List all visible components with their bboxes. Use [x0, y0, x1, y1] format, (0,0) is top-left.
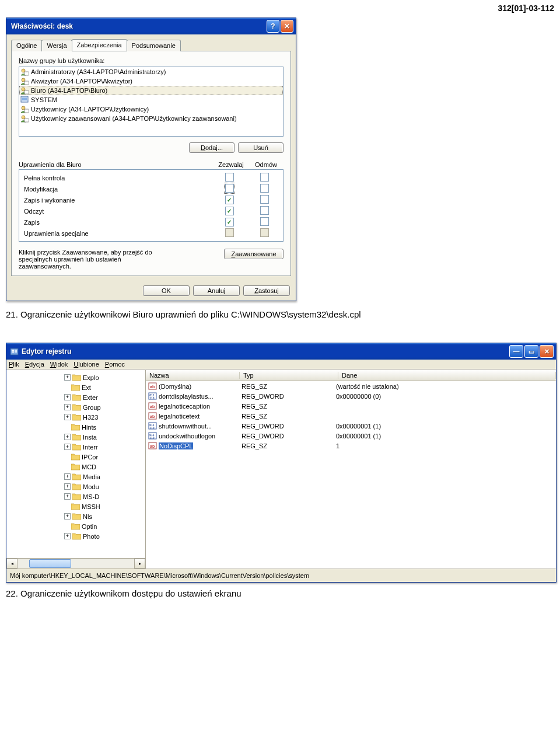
expand-icon[interactable]: +: [64, 394, 71, 400]
allow-checkbox[interactable]: [225, 173, 234, 182]
expand-icon[interactable]: +: [64, 483, 71, 490]
tree-node[interactable]: +Nls: [6, 511, 145, 521]
value-type: REG_SZ: [242, 413, 336, 420]
expand-icon[interactable]: +: [64, 493, 71, 500]
scroll-thumb[interactable]: [29, 559, 71, 568]
user-row[interactable]: Administratorzy (A34-LAPTOP\Administrato…: [19, 67, 283, 76]
expand-icon[interactable]: +: [64, 414, 71, 420]
tree-node[interactable]: +Interr: [6, 442, 145, 452]
expand-icon[interactable]: +: [64, 473, 71, 480]
tree-node[interactable]: +MS-D: [6, 491, 145, 501]
col-name[interactable]: Nazwa: [146, 372, 240, 379]
user-row[interactable]: Użytkownicy (A34-LAPTOP\Użytkownicy): [19, 104, 283, 114]
permission-name: Pełna kontrola: [20, 175, 212, 182]
menu-item[interactable]: Plik: [9, 361, 19, 368]
tree-node[interactable]: +Media: [6, 472, 145, 482]
tree-node[interactable]: +Exter: [6, 392, 145, 402]
folder-icon: [72, 532, 81, 540]
add-button[interactable]: Dodaj...: [189, 142, 235, 153]
tree-label: Interr: [83, 444, 98, 451]
value-row[interactable]: legalnoticecaptionREG_SZ: [146, 401, 556, 411]
deny-checkbox[interactable]: [260, 228, 269, 237]
allow-checkbox[interactable]: ✓: [225, 218, 234, 226]
allow-checkbox[interactable]: ✓: [225, 196, 234, 204]
tree-label: Photo: [83, 533, 100, 540]
user-label: Biuro (A34-LAPTOP\Biuro): [31, 87, 107, 94]
value-row[interactable]: (Domyślna)REG_SZ(wartość nie ustalona): [146, 381, 556, 391]
value-row[interactable]: NoDispCPLREG_SZ1: [146, 441, 556, 451]
tree-node[interactable]: MSSH: [6, 501, 145, 511]
remove-button[interactable]: Usuń: [238, 142, 284, 153]
col-data[interactable]: Dane: [338, 372, 556, 379]
menu-item[interactable]: Edycja: [25, 361, 44, 368]
tab-version[interactable]: Wersja: [41, 40, 72, 51]
deny-checkbox[interactable]: [260, 206, 269, 215]
value-row[interactable]: undockwithoutlogonREG_DWORD0x00000001 (1…: [146, 431, 556, 441]
tree-node[interactable]: +Explo: [6, 372, 145, 382]
user-row[interactable]: Biuro (A34-LAPTOP\Biuro): [19, 86, 283, 95]
dword-value-icon: [148, 392, 157, 400]
tree-node[interactable]: Ext: [6, 382, 145, 392]
user-row[interactable]: Użytkownicy zaawansowani (A34-LAPTOP\Uży…: [19, 114, 283, 123]
tree-panel[interactable]: +ExploExt+Exter+Group+H323Hints+Insta+In…: [6, 370, 146, 569]
expand-icon[interactable]: +: [64, 434, 71, 440]
deny-checkbox[interactable]: [260, 217, 269, 226]
dword-value-icon: [148, 421, 157, 430]
tree-label: IPCor: [82, 454, 98, 461]
permission-row: Odczyt✓: [20, 205, 282, 217]
help-button[interactable]: ?: [267, 20, 279, 33]
close-button[interactable]: ✕: [281, 20, 293, 33]
value-data: 0x00000000 (0): [336, 393, 556, 400]
tree-node[interactable]: MCD: [6, 462, 145, 472]
tab-summary[interactable]: Podsumowanie: [127, 40, 181, 51]
tab-general[interactable]: Ogólne: [11, 40, 42, 51]
deny-checkbox[interactable]: [260, 184, 269, 193]
value-row[interactable]: dontdisplaylastus...REG_DWORD0x00000000 …: [146, 391, 556, 401]
expand-icon[interactable]: +: [64, 513, 71, 520]
tree-node[interactable]: +Group: [6, 402, 145, 412]
values-header[interactable]: Nazwa Typ Dane: [146, 370, 556, 381]
tab-security[interactable]: Zabezpieczenia: [72, 39, 127, 51]
advanced-button[interactable]: Zaawansowane: [224, 249, 284, 259]
ok-button[interactable]: OK: [143, 285, 190, 296]
expand-icon[interactable]: +: [64, 374, 71, 381]
values-panel[interactable]: Nazwa Typ Dane (Domyślna)REG_SZ(wartość …: [146, 370, 556, 569]
user-row[interactable]: SYSTEM: [19, 95, 283, 104]
menubar[interactable]: PlikEdycjaWidokUlubionePomoc: [6, 360, 556, 369]
tree-label: Exter: [83, 394, 98, 401]
tree-node[interactable]: +Photo: [6, 531, 145, 541]
deny-checkbox[interactable]: [260, 195, 269, 204]
menu-item[interactable]: Pomoc: [105, 361, 125, 368]
permission-name: Zapis i wykonanie: [20, 197, 212, 204]
cancel-button[interactable]: Anuluj: [193, 285, 240, 296]
menu-item[interactable]: Widok: [50, 361, 68, 368]
menu-item[interactable]: Ulubione: [74, 361, 99, 368]
expand-icon[interactable]: +: [64, 533, 71, 539]
user-list[interactable]: Administratorzy (A34-LAPTOP\Administrato…: [19, 67, 284, 137]
expand-icon[interactable]: +: [64, 444, 71, 450]
scroll-track[interactable]: [18, 559, 134, 568]
tree-node[interactable]: +Insta: [6, 432, 145, 442]
close-button[interactable]: ✕: [540, 345, 554, 358]
allow-checkbox[interactable]: ✓: [225, 207, 234, 215]
tree-label: Media: [83, 473, 100, 480]
scroll-left-button[interactable]: ◂: [6, 559, 18, 569]
titlebar: Właściwości: desk ? ✕: [6, 18, 296, 34]
tree-node[interactable]: +Modu: [6, 482, 145, 491]
col-type[interactable]: Typ: [240, 372, 338, 379]
minimize-button[interactable]: —: [509, 345, 523, 358]
tree-node[interactable]: IPCor: [6, 452, 145, 462]
user-row[interactable]: Akwizytor (A34-LAPTOP\Akwizytor): [19, 76, 283, 86]
value-row[interactable]: shutdownwithout...REG_DWORD0x00000001 (1…: [146, 421, 556, 431]
allow-checkbox[interactable]: [225, 184, 234, 193]
tree-node[interactable]: Hints: [6, 422, 145, 432]
value-row[interactable]: legalnoticetextREG_SZ: [146, 411, 556, 421]
tree-node[interactable]: Optin: [6, 521, 145, 531]
tree-node[interactable]: +H323: [6, 412, 145, 422]
apply-button[interactable]: Zastosuj: [243, 285, 290, 296]
deny-checkbox[interactable]: [260, 173, 269, 182]
scroll-right-button[interactable]: ▸: [134, 559, 145, 569]
expand-icon[interactable]: +: [64, 404, 71, 410]
allow-checkbox[interactable]: [225, 228, 234, 237]
maximize-button[interactable]: ▭: [524, 345, 538, 358]
